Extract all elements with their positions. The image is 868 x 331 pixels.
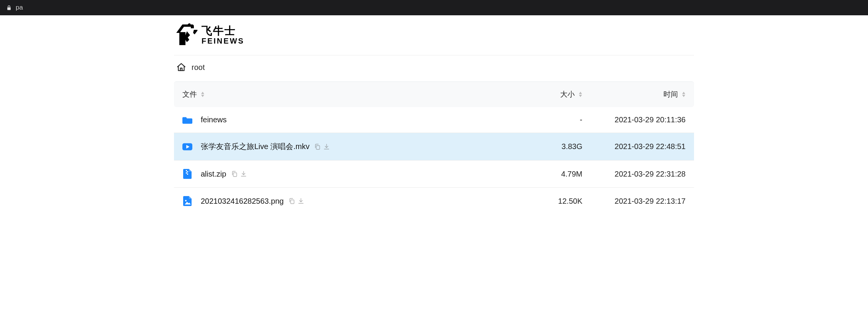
download-icon[interactable] (240, 170, 247, 177)
file-row[interactable]: alist.zip4.79M2021-03-29 22:31:28 (174, 160, 694, 187)
column-time-label: 时间 (663, 89, 678, 99)
svg-point-11 (185, 200, 187, 201)
file-size: - (521, 115, 582, 124)
file-time: 2021-03-29 22:13:17 (586, 197, 686, 206)
file-size: 12.50K (521, 197, 582, 206)
row-actions (288, 198, 304, 204)
table-header: 文件 大小 时间 (174, 81, 694, 107)
sort-icon (579, 92, 582, 97)
column-time-header[interactable]: 时间 (586, 89, 686, 99)
svg-rect-7 (187, 171, 188, 172)
file-name-cell: alist.zip (182, 169, 517, 179)
browser-address-bar[interactable]: pa (0, 0, 868, 15)
copy-link-icon[interactable] (288, 198, 295, 204)
image-icon (182, 196, 192, 206)
video-icon (182, 143, 192, 151)
file-name[interactable]: 2021032416282563.png (201, 197, 284, 206)
sort-icon (682, 92, 686, 97)
download-icon[interactable] (323, 143, 330, 150)
svg-rect-0 (7, 7, 11, 10)
download-icon[interactable] (297, 198, 304, 204)
column-name-header[interactable]: 文件 (182, 89, 517, 99)
row-actions (314, 143, 330, 150)
url-text: pa (16, 4, 23, 11)
file-row[interactable]: 2021032416282563.png12.50K2021-03-29 22:… (174, 187, 694, 214)
folder-icon (182, 116, 192, 124)
brand-logo[interactable]: 飞牛士 FEINEWS (174, 21, 258, 50)
row-actions (231, 170, 247, 177)
logo-header: 飞牛士 FEINEWS (174, 19, 694, 55)
column-size-label: 大小 (560, 89, 575, 99)
file-name-cell: 张学友音乐之旅Live 演唱会.mkv (182, 141, 517, 152)
copy-link-icon[interactable] (314, 143, 321, 150)
file-size: 3.83G (521, 142, 582, 151)
lock-icon (6, 5, 12, 11)
file-time: 2021-03-29 22:48:51 (586, 142, 686, 151)
file-size: 4.79M (521, 170, 582, 178)
file-name[interactable]: alist.zip (201, 170, 226, 178)
file-name[interactable]: 张学友音乐之旅Live 演唱会.mkv (201, 141, 309, 152)
svg-rect-9 (187, 174, 188, 175)
file-time: 2021-03-29 22:31:28 (586, 170, 686, 178)
file-name[interactable]: feinews (201, 115, 227, 124)
sort-icon (201, 92, 205, 97)
column-name-label: 文件 (182, 89, 197, 99)
breadcrumb-root[interactable]: root (192, 63, 205, 72)
zip-icon (182, 169, 192, 179)
file-row[interactable]: feinews-2021-03-29 20:11:36 (174, 107, 694, 133)
svg-rect-10 (233, 173, 237, 177)
file-name-cell: feinews (182, 115, 517, 124)
file-time: 2021-03-29 20:11:36 (586, 115, 686, 124)
svg-rect-6 (186, 170, 187, 171)
file-row[interactable]: 张学友音乐之旅Live 演唱会.mkv3.83G2021-03-29 22:48… (174, 133, 694, 160)
breadcrumb: root (174, 55, 694, 81)
file-name-cell: 2021032416282563.png (182, 196, 517, 206)
svg-rect-12 (291, 200, 294, 204)
copy-link-icon[interactable] (231, 170, 238, 177)
file-list: feinews-2021-03-29 20:11:36张学友音乐之旅Live 演… (174, 107, 694, 214)
svg-rect-5 (316, 146, 320, 149)
svg-text:飞牛士: 飞牛士 (201, 25, 236, 37)
column-size-header[interactable]: 大小 (521, 89, 582, 99)
svg-rect-8 (186, 172, 187, 174)
home-icon[interactable] (176, 62, 186, 72)
svg-text:FEINEWS: FEINEWS (202, 37, 244, 45)
